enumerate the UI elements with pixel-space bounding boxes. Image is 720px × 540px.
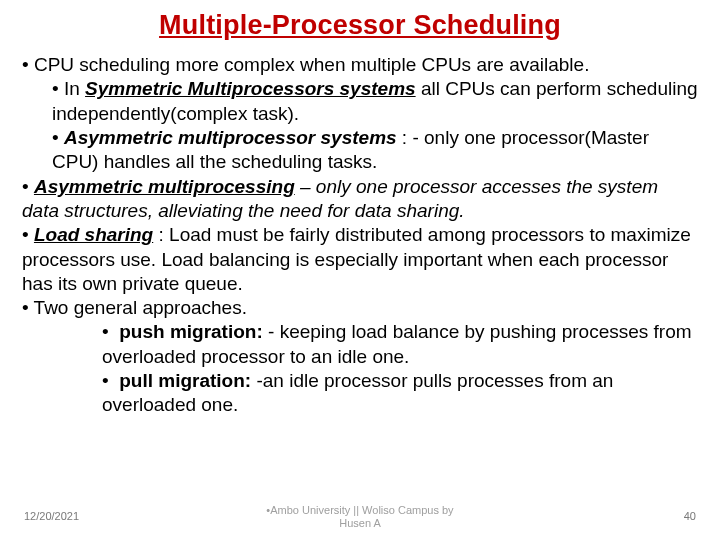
footer-center: •Ambo University || Woliso Campus by Hus… [0,504,720,530]
line-push-migration: • push migration: - keeping load balance… [22,320,698,369]
line-asymmetric-systems: Asymmetric multiprocessor systems : - on… [22,126,698,175]
line-asymmetric-multiprocessing: Asymmetric multiprocessing – only one pr… [22,175,698,224]
footer-line2: Husen A [339,517,381,529]
footer-line1: Ambo University || Woliso Campus by [270,504,453,516]
text: CPU scheduling more complex when multipl… [34,54,589,75]
text-term: Load sharing [34,224,153,245]
text-in: In [64,78,85,99]
text-term: Asymmetric multiprocessing [34,176,295,197]
line-cpu-scheduling: CPU scheduling more complex when multipl… [22,53,698,77]
text-term: pull migration: [119,370,256,391]
footer-page-number: 40 [684,510,696,522]
line-two-approaches: Two general approaches. [22,296,698,320]
line-load-sharing: Load sharing : Load must be fairly distr… [22,223,698,296]
line-pull-migration: • pull migration: -an idle processor pul… [22,369,698,418]
slide-title: Multiple-Processor Scheduling [0,0,720,41]
slide: Multiple-Processor Scheduling CPU schedu… [0,0,720,540]
text-term: Symmetric Multiprocessors systems [85,78,416,99]
text-term: push migration: [119,321,268,342]
slide-body: CPU scheduling more complex when multipl… [0,41,720,418]
text-term: Asymmetric multiprocessor systems [64,127,397,148]
line-symmetric: In Symmetric Multiprocessors systems all… [22,77,698,126]
text: Two general approaches. [34,297,247,318]
